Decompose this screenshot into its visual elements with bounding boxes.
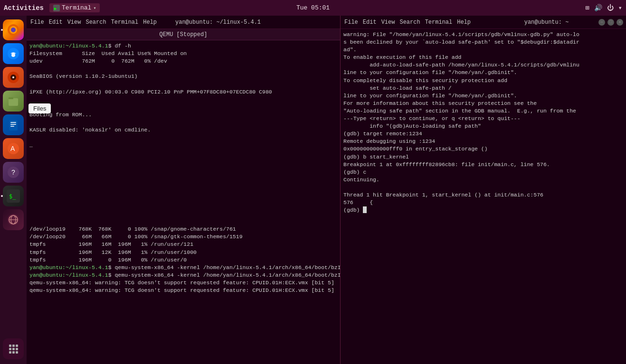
right-menu-terminal[interactable]: Terminal — [425, 19, 453, 26]
right-menu-view[interactable]: View — [381, 19, 395, 26]
output-line — [29, 172, 337, 180]
output-line — [29, 103, 337, 111]
activities-button[interactable]: Activities — [4, 4, 44, 12]
thunderbird-icon — [7, 47, 20, 60]
output-line: s been declined by your `auto-load safe-… — [343, 38, 623, 46]
svg-point-4 — [11, 28, 16, 32]
output-line — [29, 80, 337, 88]
terminal-right[interactable]: File Edit View Search Terminal Help yan@… — [340, 16, 626, 364]
left-window-titlebar: File Edit View Search Terminal Help yan@… — [27, 16, 340, 29]
cursor — [363, 206, 367, 213]
left-menu-edit[interactable]: Edit — [49, 19, 63, 26]
minimize-button[interactable]: ─ — [598, 19, 605, 26]
right-menu-help[interactable]: Help — [457, 19, 471, 26]
volume-icon[interactable]: 🔊 — [594, 4, 602, 12]
output-line: Booting from ROM... — [29, 111, 337, 119]
topbar-dropdown-icon[interactable]: ▾ — [618, 4, 622, 12]
gdb-prompt-line: (gdb) — [343, 206, 623, 214]
unity-icon — [7, 213, 20, 226]
sidebar-icon-files[interactable] — [3, 91, 24, 112]
svg-rect-11 — [9, 97, 13, 99]
svg-text:$_: $_ — [9, 193, 16, 200]
output-line: ad". — [343, 46, 623, 54]
output-line: ---Type <return> to continue, or q <retu… — [343, 115, 623, 122]
output-line: Filesystem Size Used Avail Use% Mounted … — [29, 50, 337, 57]
output-line: 0x000000000000fff0 in entry_stack_storag… — [343, 145, 623, 153]
right-menu-file[interactable]: File — [344, 19, 358, 26]
output-line: (gdb) target remote:1234 — [343, 130, 623, 138]
appstore-icon: A — [7, 142, 20, 155]
output-line: Breakpoint 1 at 0xffffffff82896cb8: file… — [343, 161, 623, 168]
output-line: yan@ubuntu:~/linux-5.4.1$ qemu-system-x8… — [29, 271, 337, 279]
svg-rect-15 — [10, 126, 14, 127]
terminal-icon: $_ — [7, 189, 20, 203]
firefox-icon — [7, 23, 20, 37]
terminal-tab-label: Terminal — [62, 4, 91, 11]
terminal-tab-icon: ▶ — [53, 5, 60, 11]
svg-rect-14 — [10, 124, 16, 125]
output-line — [29, 180, 337, 187]
svg-point-6 — [11, 53, 15, 57]
sidebar-icon-appstore[interactable]: A — [3, 138, 24, 159]
files-tooltip: Files — [28, 103, 51, 113]
right-window-menu[interactable]: File Edit View Search Terminal Help — [344, 19, 471, 26]
qemu-title: QEMU [Stopped] — [160, 31, 208, 38]
output-line: qemu-system-x86_64: warning: TCG doesn't… — [29, 287, 337, 294]
left-menu-view[interactable]: View — [67, 19, 81, 26]
sidebar-icon-help[interactable]: ? — [3, 162, 24, 183]
terminal-left[interactable]: File Edit View Search Terminal Help yan@… — [27, 16, 340, 364]
output-line — [29, 134, 337, 141]
output-line: KASLR disabled: 'nokaslr' on cmdline. — [29, 126, 337, 134]
output-line: Continuing. — [343, 176, 623, 184]
right-terminal-body[interactable]: warning: File "/home/yan/linux-5.4.1/scr… — [341, 29, 626, 364]
output-line — [29, 157, 337, 164]
output-line — [29, 203, 337, 210]
right-window-titlebar: File Edit View Search Terminal Help yan@… — [341, 16, 626, 29]
window-buttons: ─ □ ✕ — [598, 19, 623, 26]
network-icon[interactable]: ⊞ — [585, 4, 589, 12]
terminal-tab[interactable]: ▶ Terminal ▾ — [49, 3, 100, 12]
topbar: Activities ▶ Terminal ▾ Tue 05:01 ⊞ 🔊 ⏻ … — [0, 0, 626, 16]
output-line — [29, 65, 337, 73]
terminal-dropdown-icon[interactable]: ▾ — [93, 5, 96, 11]
sidebar-icon-firefox[interactable] — [3, 19, 24, 40]
left-terminal-body[interactable]: yan@ubuntu:~/linux-5.4.1$ df -h Filesyst… — [27, 40, 340, 364]
sidebar-icon-terminal[interactable]: $_ — [3, 186, 24, 206]
output-line — [29, 119, 337, 126]
sidebar-icon-writer[interactable] — [3, 114, 24, 135]
svg-rect-10 — [9, 98, 18, 106]
power-icon[interactable]: ⏻ — [607, 4, 614, 12]
output-line: To completely disable this security prot… — [343, 77, 623, 84]
maximize-button[interactable]: □ — [607, 19, 614, 26]
output-line: (gdb) b start_kernel — [343, 153, 623, 161]
output-line — [29, 210, 337, 218]
output-line — [29, 187, 337, 195]
output-line: tmpfs 196M 12K 196M 1% /run/user/1000 — [29, 249, 337, 256]
output-line: yan@ubuntu:~/linux-5.4.1$ qemu-system-x8… — [29, 264, 337, 271]
left-menu-file[interactable]: File — [30, 19, 44, 26]
close-button[interactable]: ✕ — [617, 19, 623, 26]
svg-text:▶: ▶ — [54, 6, 57, 11]
output-line: yan@ubuntu:~/linux-5.4.1$ df -h — [29, 42, 337, 50]
output-line: line to your configuration file "/home/y… — [343, 92, 623, 100]
writer-icon — [7, 118, 20, 131]
output-line: "Auto-loading safe path" section in the … — [343, 107, 623, 115]
output-line: warning: File "/home/yan/linux-5.4.1/scr… — [343, 31, 623, 38]
right-menu-edit[interactable]: Edit — [363, 19, 377, 26]
sidebar-icon-unity[interactable] — [3, 209, 24, 230]
output-line: Thread 1 hit Breakpoint 1, start_kernel … — [343, 191, 623, 199]
output-line — [29, 96, 337, 103]
sidebar-icon-rhythmbox[interactable] — [3, 67, 24, 88]
topbar-datetime: Tue 05:01 — [296, 4, 330, 11]
sidebar-icon-thunderbird[interactable] — [3, 43, 24, 64]
right-menu-search[interactable]: Search — [399, 19, 420, 26]
output-line: 576 { — [343, 199, 623, 206]
output-line: add-auto-load-safe-path /home/yan/linux-… — [343, 61, 623, 69]
terminals-area: File Edit View Search Terminal Help yan@… — [27, 16, 626, 364]
output-line: /dev/loop19 768K 768K 0 100% /snap/gnome… — [29, 225, 337, 233]
sidebar-apps-grid-button[interactable] — [3, 338, 24, 359]
output-line: SeaBIOS (version 1.10.2-1ubuntu1) — [29, 73, 337, 80]
output-line: (gdb) c — [343, 168, 623, 176]
svg-text:?: ? — [11, 168, 15, 176]
topbar-right: ⊞ 🔊 ⏻ ▾ — [585, 4, 622, 12]
